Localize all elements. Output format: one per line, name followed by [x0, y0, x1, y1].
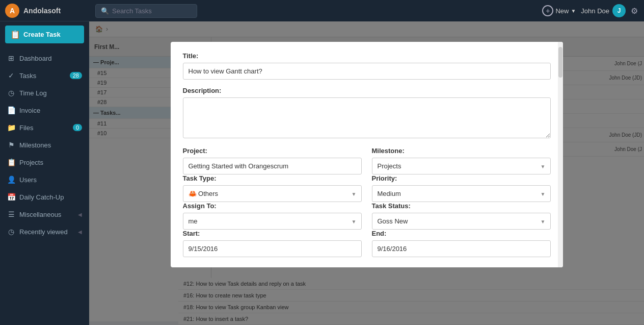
title-group: Title: [183, 52, 551, 80]
sidebar-label-users: Users [19, 176, 82, 184]
title-label: Title: [183, 52, 551, 60]
search-icon: 🔍 [101, 7, 109, 15]
taskstatus-label: Task Status: [372, 202, 551, 210]
tasks-icon: ✓ [7, 71, 15, 80]
priority-label: Priority: [372, 174, 551, 182]
tasktype-priority-row: Task Type: 🦀 Others Priority: [183, 174, 551, 202]
main-area: 🔍 Search Tasks + New ▼ John Doe J ⚙ [89, 0, 644, 325]
sidebar-label-miscellaneous: Miscellaneous [19, 211, 74, 218]
start-input[interactable] [183, 240, 362, 257]
project-label: Project: [183, 147, 362, 155]
milestone-col: Milestone: Projects [372, 147, 551, 174]
project-input[interactable] [183, 158, 362, 174]
sidebar-item-files[interactable]: 📁 Files 0 [0, 119, 89, 136]
modal-content: Title: Description: Project: [171, 42, 563, 267]
tasktype-col: Task Type: 🦀 Others [183, 174, 362, 202]
sidebar: A Andolasoft 📋 Create Task ⊞ Dashboard ✓… [0, 0, 89, 325]
timelog-icon: ◷ [7, 89, 15, 97]
description-label: Description: [183, 87, 551, 94]
search-placeholder: Search Tasks [112, 7, 152, 15]
priority-select[interactable]: Medium Low High [372, 185, 551, 202]
new-plus-icon: + [542, 5, 553, 16]
sidebar-label-timelog: Time Log [19, 89, 82, 97]
taskstatus-select[interactable]: Goss New [372, 213, 551, 230]
modal-scrollbar-thumb [558, 47, 562, 78]
assignto-select[interactable]: me [183, 213, 362, 230]
sidebar-item-users[interactable]: 👤 Users [0, 171, 89, 188]
sidebar-item-timelog[interactable]: ◷ Time Log [0, 84, 89, 102]
projects-icon: 📋 [7, 158, 15, 166]
sidebar-label-dashboard: Dashboard [19, 55, 82, 62]
create-task-icon: 📋 [10, 30, 20, 39]
priority-select-wrapper: Medium Low High [372, 185, 551, 202]
miscellaneous-icon: ☰ [7, 210, 15, 218]
milestone-select[interactable]: Projects [372, 158, 551, 174]
sidebar-label-recentlyviewed: Recently viewed [19, 228, 74, 236]
sidebar-label-files: Files [19, 124, 69, 132]
assignto-col: Assign To: me [183, 202, 362, 230]
new-chevron-icon: ▼ [571, 8, 576, 14]
content-area: 🏠 › First M... — Proje... #15 #19 #17 #2… [89, 21, 644, 325]
tasks-badge: 28 [70, 72, 82, 79]
end-label: End: [372, 230, 551, 237]
priority-col: Priority: Medium Low High [372, 174, 551, 202]
top-right-controls: + New ▼ John Doe J ⚙ [542, 4, 638, 17]
taskstatus-select-wrapper: Goss New [372, 213, 551, 230]
sidebar-nav: ⊞ Dashboard ✓ Tasks 28 ◷ Time Log 📄 Invo… [0, 47, 89, 325]
start-end-row: Start: End: [183, 230, 551, 257]
create-task-button[interactable]: 📋 Create Task [5, 26, 84, 43]
milestone-select-wrapper: Projects [372, 158, 551, 174]
description-input[interactable] [183, 97, 551, 138]
invoice-icon: 📄 [7, 106, 15, 114]
recentlyviewed-arrow: ◀ [78, 229, 82, 235]
sidebar-header: A Andolasoft [0, 0, 89, 21]
tasktype-select-wrapper: 🦀 Others [183, 185, 362, 202]
start-label: Start: [183, 230, 362, 237]
project-milestone-row: Project: Milestone: Projects [183, 147, 551, 174]
description-group: Description: [183, 87, 551, 140]
modal-overlay: Title: Description: Project: [89, 21, 644, 325]
title-input[interactable] [183, 63, 551, 80]
taskstatus-col: Task Status: Goss New [372, 202, 551, 230]
sidebar-label-milestones: Milestones [19, 141, 82, 149]
assignto-select-wrapper: me [183, 213, 362, 230]
sidebar-item-milestones[interactable]: ⚑ Milestones [0, 136, 89, 154]
sidebar-item-invoice[interactable]: 📄 Invoice [0, 102, 89, 119]
sidebar-item-recentlyviewed[interactable]: ◷ Recently viewed ◀ [0, 223, 89, 240]
sidebar-label-projects: Projects [19, 159, 82, 166]
tasktype-label: Task Type: [183, 174, 362, 182]
app-logo: A [5, 4, 19, 18]
sidebar-item-miscellaneous[interactable]: ☰ Miscellaneous ◀ [0, 206, 89, 223]
assign-status-row: Assign To: me Task Status: [183, 202, 551, 230]
dailycatchup-icon: 📅 [7, 193, 15, 201]
users-icon: 👤 [7, 176, 15, 184]
top-bar: 🔍 Search Tasks + New ▼ John Doe J ⚙ [89, 0, 644, 21]
sidebar-item-tasks[interactable]: ✓ Tasks 28 [0, 67, 89, 84]
modal-scrollbar[interactable] [558, 42, 563, 267]
settings-icon[interactable]: ⚙ [631, 6, 638, 16]
user-info: John Doe J [581, 4, 626, 17]
create-task-label: Create Task [23, 31, 61, 38]
dashboard-icon: ⊞ [7, 54, 15, 62]
files-badge: 0 [73, 124, 82, 131]
app-wrapper: A Andolasoft 📋 Create Task ⊞ Dashboard ✓… [0, 0, 644, 325]
new-label: New [555, 7, 569, 15]
sidebar-item-dashboard[interactable]: ⊞ Dashboard [0, 49, 89, 67]
search-box[interactable]: 🔍 Search Tasks [95, 4, 197, 18]
assignto-label: Assign To: [183, 202, 362, 210]
project-col: Project: [183, 147, 362, 174]
sidebar-label-tasks: Tasks [19, 72, 66, 80]
start-col: Start: [183, 230, 362, 257]
sidebar-label-invoice: Invoice [19, 107, 82, 114]
tasktype-select[interactable]: 🦀 Others [183, 185, 362, 202]
sidebar-item-dailycatchup[interactable]: 📅 Daily Catch-Up [0, 188, 89, 206]
sidebar-item-projects[interactable]: 📋 Projects [0, 154, 89, 171]
milestones-icon: ⚑ [7, 141, 15, 149]
end-input[interactable] [372, 240, 551, 257]
files-icon: 📁 [7, 123, 15, 132]
end-col: End: [372, 230, 551, 257]
new-button[interactable]: + New ▼ [542, 5, 576, 16]
create-task-modal: Title: Description: Project: [171, 42, 563, 267]
user-avatar: J [612, 4, 626, 17]
user-name: John Doe [581, 7, 609, 15]
